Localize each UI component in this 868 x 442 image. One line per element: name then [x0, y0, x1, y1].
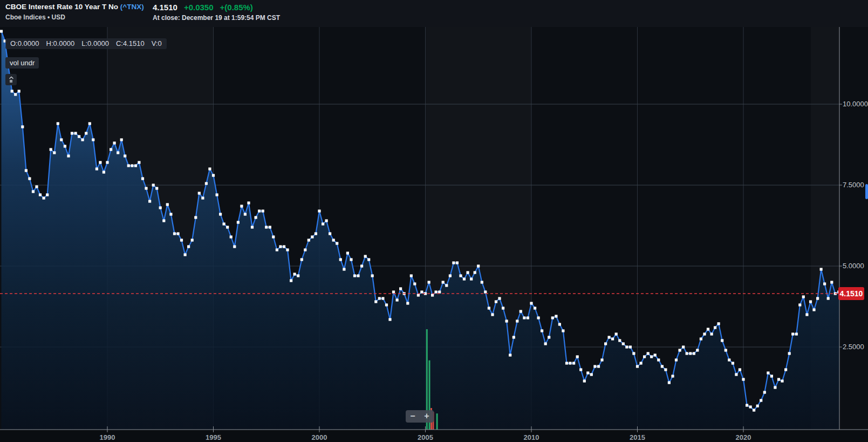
- y-axis-tick-label: 7.5000: [843, 181, 864, 189]
- collapse-chevron-button[interactable]: [5, 74, 17, 85]
- volume-bar: [436, 413, 438, 430]
- x-axis-tick-label: 2000: [307, 433, 331, 441]
- y-axis-tick-label: 5.0000: [843, 262, 864, 270]
- zoom-controls: − +: [406, 410, 434, 423]
- x-axis-tick-label: 2010: [520, 433, 543, 441]
- price-chart[interactable]: O:0.0000H:0.0000L:0.0000C:4.1510V:0 vol …: [0, 27, 868, 442]
- ohlc-legend: O:0.0000H:0.0000L:0.0000C:4.1510V:0: [5, 38, 167, 49]
- zoom-in-button[interactable]: +: [420, 410, 434, 423]
- vol-undr-badge[interactable]: vol undr: [5, 57, 39, 69]
- x-axis-tick-label: 1990: [95, 433, 119, 441]
- quote-price-row: 4.1510+0.0350+(0.85%): [153, 3, 253, 12]
- y-axis-tick-label: 10.0000: [843, 100, 868, 108]
- instrument-symbol[interactable]: (^TNX): [120, 3, 144, 11]
- ohlc-item: V:0: [152, 39, 162, 47]
- x-axis-tick-label: 1995: [202, 433, 225, 441]
- instrument-name: CBOE Interest Rate 10 Year T No: [5, 3, 120, 11]
- chart-canvas[interactable]: [0, 27, 868, 442]
- ohlc-item: H:0.0000: [46, 39, 75, 47]
- collapse-dot-icon: [10, 80, 12, 83]
- exchange-currency: Cboe Indices • USD: [5, 13, 65, 21]
- zoom-out-button[interactable]: −: [406, 410, 420, 423]
- y-axis-tick-label: 2.5000: [843, 343, 864, 351]
- ohlc-item: C:4.1510: [116, 39, 145, 47]
- x-axis-tick-label: 2005: [414, 433, 438, 441]
- x-axis-tick-label: 2020: [732, 433, 755, 441]
- tnx-chart-page: CBOE Interest Rate 10 Year T No (^TNX) C…: [0, 0, 868, 442]
- chart-svg: [0, 27, 868, 442]
- price-change: +0.0350: [184, 3, 214, 12]
- ohlc-item: L:0.0000: [81, 39, 109, 47]
- chevron-up-icon: [9, 76, 14, 79]
- quote-header: CBOE Interest Rate 10 Year T No (^TNX) C…: [0, 0, 868, 27]
- last-price-axis-tag: 4.1510: [838, 287, 864, 300]
- at-close-note: At close: December 19 at 1:59:54 PM CST: [153, 14, 280, 22]
- ohlc-item: O:0.0000: [10, 39, 39, 47]
- instrument-title: CBOE Interest Rate 10 Year T No (^TNX): [5, 3, 144, 11]
- last-price: 4.1510: [153, 3, 177, 12]
- x-axis-tick-label: 2015: [626, 433, 650, 441]
- scrollbar-thumb[interactable]: [865, 184, 868, 199]
- price-change-percent: +(0.85%): [220, 3, 253, 12]
